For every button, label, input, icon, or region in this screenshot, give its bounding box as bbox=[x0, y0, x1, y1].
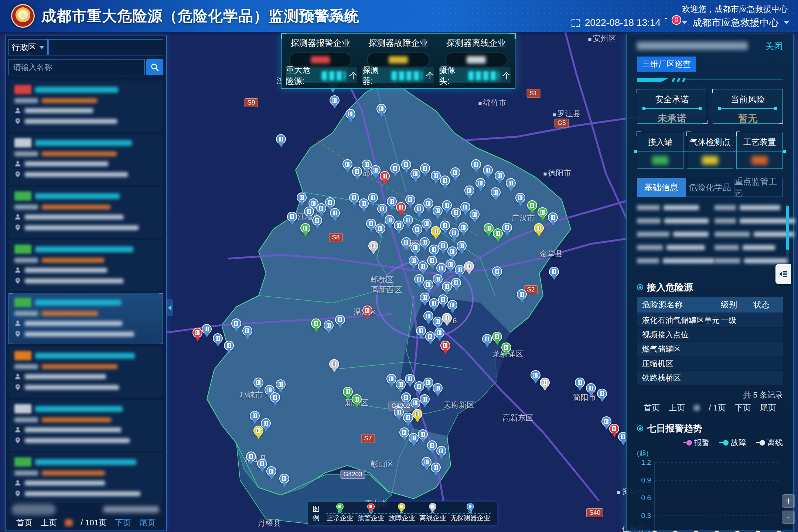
map-marker-pin[interactable] bbox=[192, 328, 202, 341]
map-marker-pin[interactable] bbox=[253, 426, 263, 439]
trend-legend-item[interactable]: 故障 bbox=[719, 437, 746, 448]
map-marker-pin[interactable] bbox=[257, 459, 267, 473]
company-list-item[interactable] bbox=[9, 400, 163, 451]
map-marker-pin[interactable] bbox=[253, 378, 263, 391]
map-marker-pin[interactable] bbox=[390, 163, 400, 177]
map-marker-pin[interactable] bbox=[517, 289, 527, 303]
region-filter-select[interactable]: 行政区 bbox=[8, 39, 48, 55]
trend-legend-item[interactable]: 报警 bbox=[683, 437, 710, 448]
map-marker-pin[interactable] bbox=[506, 178, 516, 192]
map-marker-pin[interactable] bbox=[409, 256, 419, 269]
tab-key-processes[interactable]: 重点监管工艺 bbox=[734, 178, 783, 197]
map-marker-pin[interactable] bbox=[276, 379, 286, 393]
map-marker-pin[interactable] bbox=[342, 159, 352, 173]
map-marker-pin[interactable] bbox=[515, 193, 525, 207]
map-marker-pin[interactable] bbox=[431, 226, 441, 240]
map-marker-pin[interactable] bbox=[359, 198, 369, 212]
map-marker-pin[interactable] bbox=[324, 320, 334, 334]
table-row[interactable]: 视频接入点位 bbox=[637, 328, 783, 341]
search-input[interactable] bbox=[8, 59, 145, 75]
map-marker-pin[interactable] bbox=[534, 223, 544, 237]
map-marker-pin[interactable] bbox=[366, 219, 376, 232]
map-marker-pin[interactable] bbox=[399, 427, 409, 441]
map-marker-pin[interactable] bbox=[464, 261, 474, 275]
map-marker-pin[interactable] bbox=[427, 256, 437, 269]
map-marker-pin[interactable] bbox=[312, 215, 322, 229]
map-marker-pin[interactable] bbox=[422, 219, 432, 232]
map-marker-pin[interactable] bbox=[422, 457, 432, 471]
map-marker-pin[interactable] bbox=[438, 294, 448, 308]
first-page-button[interactable]: 首页 bbox=[16, 517, 33, 528]
map-marker-pin[interactable] bbox=[429, 298, 439, 312]
last-page-button[interactable]: 尾页 bbox=[760, 402, 776, 413]
map-marker-pin[interactable] bbox=[414, 204, 424, 218]
system-nav-button[interactable]: 系统导航 bbox=[308, 11, 353, 23]
map-marker-pin[interactable] bbox=[368, 193, 378, 207]
map-marker-pin[interactable] bbox=[433, 383, 443, 397]
map-marker-pin[interactable] bbox=[396, 379, 406, 393]
company-list-item[interactable] bbox=[9, 453, 163, 503]
map-marker-pin[interactable] bbox=[455, 265, 465, 279]
prev-page-button[interactable]: 上页 bbox=[41, 517, 57, 528]
company-list-item[interactable] bbox=[9, 81, 163, 132]
panel-toggle-button[interactable] bbox=[775, 264, 791, 284]
map-marker-pin[interactable] bbox=[394, 221, 404, 234]
map-marker-pin[interactable] bbox=[352, 394, 362, 408]
map-marker-pin[interactable] bbox=[420, 394, 430, 408]
map-marker-pin[interactable] bbox=[410, 169, 420, 183]
map-marker-pin[interactable] bbox=[420, 293, 430, 306]
map-marker-pin[interactable] bbox=[575, 378, 585, 391]
map-marker-pin[interactable] bbox=[471, 159, 481, 173]
map-marker-pin[interactable] bbox=[335, 315, 345, 328]
map-marker-pin[interactable] bbox=[493, 228, 503, 242]
map-marker-pin[interactable] bbox=[442, 282, 452, 295]
zoom-out-button[interactable]: - bbox=[782, 511, 795, 524]
map-marker-pin[interactable] bbox=[410, 243, 420, 256]
map-marker-pin[interactable] bbox=[495, 171, 505, 184]
map-marker-pin[interactable] bbox=[464, 185, 474, 199]
next-page-button[interactable]: 下页 bbox=[735, 402, 751, 413]
map-marker-pin[interactable] bbox=[431, 171, 441, 184]
map-marker-pin[interactable] bbox=[483, 165, 493, 179]
map-marker-pin[interactable] bbox=[492, 266, 502, 280]
map-marker-pin[interactable] bbox=[449, 228, 459, 242]
map-marker-pin[interactable] bbox=[412, 224, 422, 238]
map-marker-pin[interactable] bbox=[266, 466, 276, 480]
map-marker-pin[interactable] bbox=[457, 241, 467, 255]
map-marker-pin[interactable] bbox=[423, 378, 433, 391]
map-marker-pin[interactable] bbox=[451, 278, 461, 291]
map-marker-pin[interactable] bbox=[405, 374, 415, 388]
zoom-in-button[interactable]: + bbox=[782, 494, 795, 508]
map-marker-pin[interactable] bbox=[329, 359, 339, 373]
region-filter-value[interactable] bbox=[48, 39, 163, 55]
table-row[interactable]: 液化石油气储罐区单元一级 bbox=[637, 313, 783, 327]
map-marker-pin[interactable] bbox=[316, 203, 326, 217]
map-marker-pin[interactable] bbox=[418, 429, 428, 443]
map-marker-pin[interactable] bbox=[375, 224, 385, 237]
company-list-item[interactable] bbox=[9, 240, 163, 291]
map-marker-pin[interactable] bbox=[412, 409, 422, 423]
table-row[interactable]: 铁路栈桥区 bbox=[637, 371, 783, 385]
map-marker-pin[interactable] bbox=[300, 223, 310, 237]
close-button[interactable]: 关闭 bbox=[765, 40, 783, 52]
map-marker-pin[interactable] bbox=[401, 160, 411, 173]
patrol-3d-button[interactable]: 三维厂区巡查 bbox=[637, 57, 696, 72]
map-marker-pin[interactable] bbox=[492, 332, 502, 345]
map-marker-pin[interactable] bbox=[434, 328, 444, 341]
table-row[interactable]: 燃气储罐区 bbox=[637, 342, 783, 356]
org-name[interactable]: 成都市应急救援中心 bbox=[692, 16, 779, 29]
map-marker-pin[interactable] bbox=[343, 387, 353, 400]
map-marker-pin[interactable] bbox=[540, 378, 550, 391]
tab-basic-info[interactable]: 基础信息 bbox=[637, 178, 686, 197]
map-marker-pin[interactable] bbox=[451, 208, 461, 221]
map-marker-pin[interactable] bbox=[224, 341, 234, 354]
map-marker-pin[interactable] bbox=[433, 206, 443, 219]
company-list-item[interactable] bbox=[9, 347, 163, 398]
map-marker-pin[interactable] bbox=[394, 407, 404, 421]
company-list-item[interactable] bbox=[9, 134, 163, 185]
map-marker-pin[interactable] bbox=[401, 392, 411, 406]
redacted-button[interactable] bbox=[11, 504, 56, 515]
map-marker-pin[interactable] bbox=[345, 109, 355, 123]
map-marker-pin[interactable] bbox=[531, 370, 540, 384]
map-marker-pin[interactable] bbox=[447, 300, 457, 314]
